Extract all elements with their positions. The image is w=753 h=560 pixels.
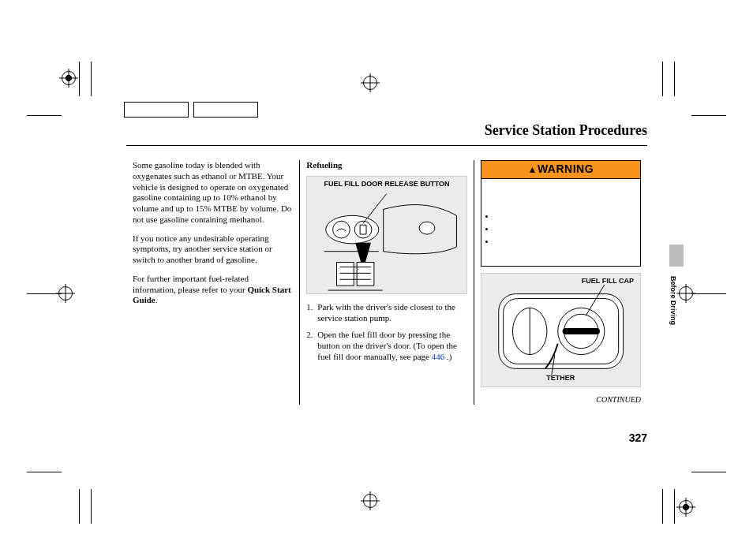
registration-mark-icon — [679, 286, 693, 301]
column-2: Refueling FUEL FILL DOOR RELEASE BUTTON — [300, 160, 474, 405]
list-item — [496, 211, 632, 214]
crop-mark — [662, 62, 663, 96]
svg-rect-6 — [337, 262, 354, 286]
side-section-label: Before Driving — [669, 276, 677, 325]
text: Park with the driver's side closest to t… — [317, 302, 455, 323]
warning-triangle-icon: ▲ — [528, 164, 538, 175]
list-item: Open the fuel fill door by pressing the … — [306, 330, 466, 362]
registration-mark-icon — [363, 494, 377, 508]
paragraph: If you notice any undesirable operating … — [133, 233, 293, 266]
page-content: Service Station Procedures Some gasoline… — [126, 122, 647, 405]
crop-mark — [662, 489, 663, 524]
crop-mark — [79, 62, 80, 96]
registration-mark-icon — [58, 286, 73, 301]
list-item: Park with the driver's side closest to t… — [306, 302, 466, 324]
step-list: Park with the driver's side closest to t… — [306, 302, 466, 363]
crop-mark — [691, 115, 726, 116]
crop-mark — [91, 489, 92, 524]
warning-header: ▲WARNING — [481, 161, 640, 179]
text: . — [155, 295, 158, 304]
column-1: Some gasoline today is blended with oxyg… — [126, 160, 300, 405]
registration-mark-icon — [62, 71, 76, 85]
section-heading: Refueling — [306, 160, 466, 171]
header-placeholder-boxes — [124, 102, 258, 118]
dashboard-illustration-icon — [307, 177, 466, 293]
crop-mark — [674, 62, 675, 96]
paragraph: For further important fuel-related infor… — [133, 274, 293, 306]
warning-bullet-list — [496, 211, 632, 239]
warning-box: ▲WARNING — [481, 160, 641, 267]
text: For further important fuel-related infor… — [133, 274, 249, 294]
svg-rect-7 — [357, 262, 374, 286]
crop-mark — [674, 489, 675, 524]
registration-mark-icon — [363, 76, 377, 90]
fuel-cap-illustration-icon — [481, 274, 640, 386]
page-title: Service Station Procedures — [126, 122, 647, 139]
svg-point-1 — [333, 221, 350, 238]
text: .) — [444, 352, 451, 361]
paragraph: Some gasoline today is blended with oxyg… — [133, 160, 293, 226]
continued-indicator: CONTINUED — [481, 395, 641, 405]
figure-fuel-door-release: FUEL FILL DOOR RELEASE BUTTON — [306, 176, 466, 294]
list-item — [496, 236, 632, 239]
crop-mark — [27, 115, 62, 116]
registration-mark-icon — [679, 500, 693, 514]
figure-fuel-fill-cap: FUEL FILL CAP TETHER — [481, 273, 641, 387]
crop-mark — [691, 472, 726, 472]
warning-body — [481, 179, 640, 266]
title-rule — [126, 145, 647, 146]
crop-mark — [691, 293, 726, 294]
page-reference-link[interactable]: 446 — [432, 352, 445, 361]
svg-rect-15 — [562, 328, 599, 334]
crop-mark — [79, 489, 80, 524]
crop-mark — [27, 472, 62, 472]
column-3: ▲WARNING FUEL FILL CAP TETHER — [474, 160, 647, 405]
crop-mark — [91, 62, 92, 96]
warning-title: WARNING — [538, 162, 594, 175]
list-item — [496, 223, 632, 226]
side-section-tab — [669, 245, 684, 267]
svg-point-5 — [419, 222, 435, 234]
page-number: 327 — [629, 431, 647, 444]
